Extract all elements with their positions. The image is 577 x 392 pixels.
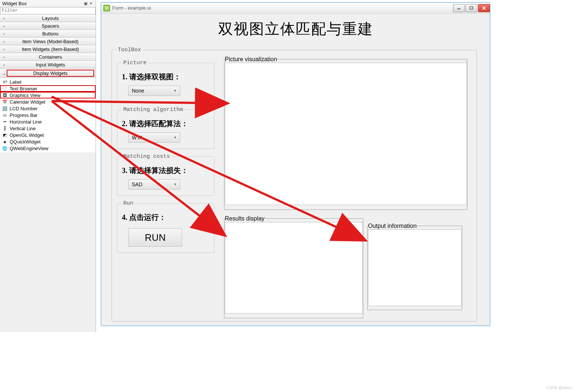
step-1-label: 1. 请选择双视图： — [122, 72, 210, 82]
opengl-icon: ◩ — [1, 132, 8, 138]
form-preview-window: Qt Form - example.ui 双视图立体匹配与重建 ToolBox … — [101, 2, 490, 326]
calendar-icon: 📅 — [1, 99, 8, 105]
category-label: Buttons — [7, 31, 94, 37]
widget-item-label: QQuickWidget — [10, 139, 41, 145]
toolbox-group: ToolBox Picture 1. 请选择双视图： None ▼ Matchi… — [111, 47, 477, 322]
widget-item-label: Horizontal Line — [10, 119, 42, 125]
widget-item-horizontal-line[interactable]: ━Horizontal Line — [0, 118, 96, 125]
category-label: Spacers — [7, 23, 94, 29]
category-buttons[interactable]: ›Buttons — [0, 30, 96, 38]
picture-visualization-view[interactable] — [225, 63, 467, 205]
category-spacers[interactable]: ›Spacers — [0, 22, 96, 30]
minimize-button[interactable] — [453, 4, 465, 12]
algorithm-combobox-value: WTA — [132, 135, 174, 141]
tag-icon: 🏷 — [1, 79, 8, 85]
watermark: CSDN @Jurio. — [546, 385, 573, 390]
picture-group: Picture 1. 请选择双视图： None ▼ — [117, 60, 214, 102]
lcd-icon: 🔢 — [1, 105, 8, 111]
close-button[interactable] — [478, 4, 490, 12]
category-containers[interactable]: ›Containers — [0, 53, 96, 61]
chevron-icon: › — [1, 46, 7, 52]
chevron-icon: › — [1, 31, 7, 37]
widget-item-label: LCD Number — [10, 106, 38, 111]
category-item-widgets-item-based-[interactable]: ›Item Widgets (Item-Based) — [0, 45, 96, 53]
widget-item-label: QWebEngineView — [10, 146, 48, 151]
widget-item-graphics-view[interactable]: 🖼Graphics View — [0, 92, 96, 98]
widget-box-panel: Widget Box ▣ ✕ ›Layouts›Spacers›Buttons›… — [0, 0, 96, 332]
category-item-views-model-based-[interactable]: ›Item Views (Model-Based) — [0, 38, 96, 45]
category-items: 🏷Label📄Text Browser🖼Graphics View📅Calend… — [0, 78, 96, 152]
category-label: Layouts — [7, 15, 94, 21]
run-button[interactable]: RUN — [128, 228, 182, 247]
category-label: Item Views (Model-Based) — [7, 39, 94, 44]
widget-item-label: Calendar Widget — [10, 99, 45, 105]
output-information-view[interactable] — [368, 229, 462, 306]
chevron-down-icon: ▼ — [174, 183, 177, 186]
run-group: Run 4. 点击运行： RUN — [117, 200, 214, 253]
form-heading: 双视图立体匹配与重建 — [101, 14, 490, 41]
output-information-legend: Output information — [368, 223, 417, 229]
widget-item-label[interactable]: 🏷Label — [0, 79, 96, 85]
widget-item-qquickwidget[interactable]: ◈QQuickWidget — [0, 138, 96, 145]
form-client-area: 双视图立体匹配与重建 ToolBox Picture 1. 请选择双视图： No… — [101, 14, 490, 326]
chevron-icon: ⌄ — [1, 70, 7, 76]
widget-item-label: Progress Bar — [10, 112, 38, 118]
widget-item-text-browser[interactable]: 📄Text Browser — [0, 85, 96, 92]
widget-item-lcd-number[interactable]: 🔢LCD Number — [0, 105, 96, 112]
chevron-icon: › — [1, 62, 7, 67]
widget-category-list: ›Layouts›Spacers›Buttons›Item Views (Mod… — [0, 14, 96, 152]
costs-combobox-value: SAD — [132, 181, 174, 187]
widget-item-label: Label — [10, 79, 21, 85]
widget-item-opengl-widget[interactable]: ◩OpenGL Widget — [0, 132, 96, 138]
widget-filter-input[interactable] — [0, 7, 96, 14]
category-layouts[interactable]: ›Layouts — [0, 14, 96, 22]
detach-icon[interactable]: ▣ — [83, 1, 88, 6]
qquick-icon: ◈ — [1, 139, 8, 145]
widget-item-qwebengineview[interactable]: 🌐QWebEngineView — [0, 145, 96, 152]
web-icon: 🌐 — [1, 145, 8, 151]
costs-combobox[interactable]: SAD ▼ — [128, 179, 180, 190]
costs-legend: Matching costs — [122, 153, 171, 160]
widget-item-progress-bar[interactable]: ▭Progress Bar — [0, 112, 96, 118]
category-input-widgets[interactable]: ›Input Widgets — [0, 61, 96, 69]
category-label: Item Widgets (Item-Based) — [7, 46, 94, 52]
chevron-icon: › — [1, 15, 7, 21]
chevron-down-icon: ▼ — [174, 136, 177, 139]
widget-item-calendar-widget[interactable]: 📅Calendar Widget — [0, 98, 96, 105]
maximize-button[interactable] — [466, 4, 477, 12]
picture-visualization-legend: Picture visualization — [225, 56, 277, 63]
results-display-group: Results display — [224, 215, 364, 319]
picture-combobox-value: None — [132, 88, 174, 94]
output-information-group: Output information — [367, 223, 463, 311]
widget-item-label: Graphics View — [10, 93, 41, 98]
step-2-label: 2. 请选择匹配算法： — [122, 119, 210, 129]
costs-group: Matching costs 3. 请选择算法损失： SAD ▼ — [117, 153, 214, 196]
category-label: Display Widgets — [7, 70, 94, 77]
close-icon[interactable]: ✕ — [88, 1, 93, 6]
category-display-widgets[interactable]: ⌄Display Widgets — [0, 69, 96, 78]
vline-icon: ┃ — [1, 125, 8, 131]
category-label: Containers — [7, 54, 94, 60]
form-titlebar: Qt Form - example.ui — [101, 3, 490, 14]
widget-item-vertical-line[interactable]: ┃Vertical Line — [0, 125, 96, 132]
chevron-icon: › — [1, 23, 7, 29]
window-buttons — [452, 4, 490, 12]
svg-rect-1 — [470, 7, 473, 9]
results-display-legend: Results display — [225, 215, 265, 222]
run-legend: Run — [122, 200, 135, 207]
chevron-down-icon: ▼ — [174, 89, 177, 93]
algorithm-combobox[interactable]: WTA ▼ — [128, 132, 180, 143]
qt-icon: Qt — [103, 5, 110, 11]
widget-item-label: Vertical Line — [10, 126, 36, 131]
algorithm-group: Matching algorithm 2. 请选择匹配算法： WTA ▼ — [117, 107, 214, 149]
widget-box-title-bar: Widget Box ▣ ✕ — [0, 0, 96, 7]
widget-item-label: OpenGL Widget — [10, 132, 44, 138]
picture-combobox[interactable]: None ▼ — [128, 86, 180, 96]
results-display-view[interactable] — [225, 222, 363, 313]
step-4-label: 4. 点击运行： — [122, 212, 210, 222]
toolbox-legend: ToolBox — [116, 47, 142, 53]
algorithm-legend: Matching algorithm — [122, 107, 185, 113]
chevron-icon: › — [1, 54, 7, 60]
toolbox-column: Picture 1. 请选择双视图： None ▼ Matching algor… — [117, 60, 214, 257]
category-label: Input Widgets — [7, 62, 94, 67]
